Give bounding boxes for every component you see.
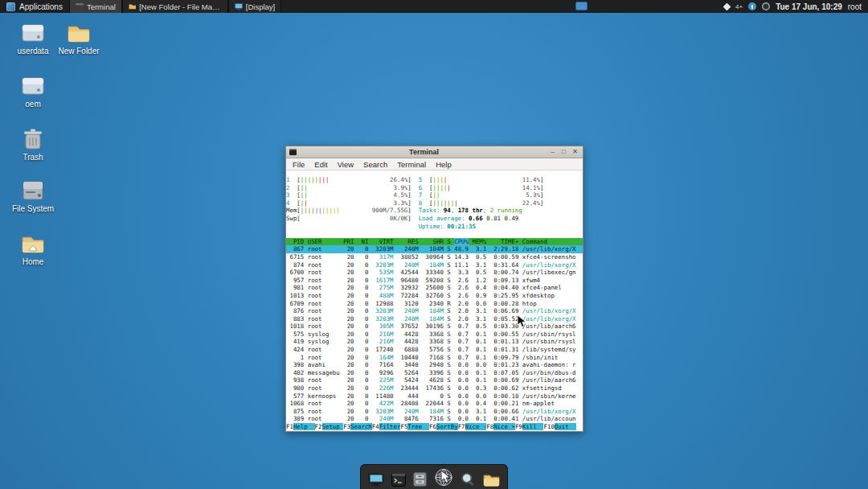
indicator-diamond-icon[interactable] — [723, 2, 731, 10]
dock — [360, 464, 508, 489]
drive-icon — [19, 21, 47, 45]
fkey-label-f5[interactable]: Tree — [407, 423, 429, 430]
home-folder-icon — [19, 232, 47, 256]
terminal-window-icon — [289, 149, 297, 155]
fkey-f9[interactable]: F9 — [515, 423, 522, 430]
menu-view[interactable]: View — [338, 160, 354, 169]
system-tray: 4+ Tue 17 Jun, 10:29 root — [724, 0, 868, 13]
close-button[interactable]: ✕ — [571, 147, 579, 157]
fkey-label-f8[interactable]: Nice + — [493, 423, 515, 430]
desktop-icon-home[interactable]: Home — [10, 232, 56, 266]
process-row[interactable]: 6700 root 20 0 535M 42544 33340 S 3.3 0.… — [286, 269, 583, 277]
fkey-label-f7[interactable]: Nice - — [465, 423, 487, 430]
desktop-icon-new-folder[interactable]: New Folder — [55, 21, 102, 55]
display-icon — [368, 473, 384, 487]
process-row[interactable]: 875 root 20 0 3203M 240M 184M S 0.0 3.1 … — [286, 408, 583, 416]
fkey-label-f3[interactable]: Search — [350, 423, 372, 430]
window-titlebar[interactable]: Terminal – □ ✕ — [286, 146, 583, 158]
fkey-f1[interactable]: F1 — [286, 423, 293, 430]
process-row[interactable]: 957 root 20 0 1617M 96480 59208 S 2.6 1.… — [286, 277, 583, 285]
fkey-f6[interactable]: F6 — [429, 423, 436, 430]
minimize-button[interactable]: – — [548, 147, 557, 157]
process-row[interactable]: 389 root 20 0 240M 8476 7316 S 0.0 0.1 0… — [286, 415, 583, 423]
meter-line: Swp[ 0K/0K] Load average: 0.66 0.81 0.49 — [286, 215, 583, 223]
process-row[interactable]: 424 root 20 0 17240 6888 5756 S 0.7 0.1 … — [286, 346, 583, 354]
desktop-icon-label: userdata — [18, 47, 49, 55]
fkey-label-f1[interactable]: Help — [293, 423, 315, 430]
tray-badge[interactable]: 4+ — [735, 3, 743, 10]
window-title: Terminal — [300, 148, 548, 156]
fkey-f7[interactable]: F7 — [458, 423, 465, 430]
panel-clock[interactable]: Tue 17 Jun, 10:29 — [776, 2, 842, 11]
fkey-f5[interactable]: F5 — [400, 423, 407, 430]
fkey-f4[interactable]: F4 — [372, 423, 379, 430]
desktop-icon-label: Home — [23, 257, 44, 266]
menu-search[interactable]: Search — [363, 160, 387, 169]
power-icon[interactable] — [762, 2, 770, 10]
fkey-label-f4[interactable]: Filter — [379, 423, 401, 430]
menu-terminal[interactable]: Terminal — [397, 160, 426, 169]
fkey-f2[interactable]: F2 — [315, 423, 322, 430]
fkey-f10[interactable]: F10 — [543, 423, 554, 430]
process-row[interactable]: 6715 root 20 0 317M 38852 30964 S 14.3 0… — [286, 253, 583, 261]
process-row[interactable]: 938 root 20 0 225M 5424 4628 S 0.0 0.1 0… — [286, 376, 583, 384]
menu-help[interactable]: Help — [436, 160, 452, 169]
process-row[interactable]: 398 avahi 20 0 7164 3440 2940 S 0.0 0.0 … — [286, 361, 583, 369]
fkey-label-f6[interactable]: SortBy — [436, 423, 458, 430]
dock-file-cabinet[interactable] — [413, 472, 427, 487]
maximize-button[interactable]: □ — [559, 147, 568, 157]
fkey-bar: F1Help F2Setup F3SearchF4FilterF5Tree F6… — [286, 423, 583, 431]
taskbar-button-terminal[interactable]: Terminal — [69, 0, 122, 13]
dock-browser-globe[interactable] — [434, 468, 453, 487]
process-row[interactable]: 6709 root 20 0 12988 3120 2340 R 2.0 0.0… — [286, 300, 583, 308]
workspace-switcher[interactable] — [575, 2, 588, 10]
desktop-icon-userdata[interactable]: userdata — [10, 21, 56, 55]
panel-user[interactable]: root — [848, 2, 862, 11]
folder-icon — [65, 21, 92, 45]
dock-magnifier[interactable] — [461, 472, 476, 487]
drive-icon — [19, 74, 47, 98]
terminal-content[interactable]: 1 [|||||||| 26.4%] 5 [|||| 11.4%]2 [|| 3… — [286, 171, 583, 431]
process-row[interactable]: 575 syslog 20 0 216M 4428 3368 S 0.7 0.1… — [286, 331, 583, 339]
process-row[interactable]: 1018 root 20 0 305M 37652 30196 S 0.7 0.… — [286, 323, 583, 331]
dock-terminal[interactable] — [391, 473, 406, 487]
dock-display-settings[interactable] — [368, 473, 384, 487]
process-row[interactable]: 1 root 20 0 164M 10440 7168 S 0.7 0.1 0:… — [286, 354, 583, 362]
magnifier-icon — [461, 472, 476, 487]
desktop-icon-trash[interactable]: Trash — [10, 127, 56, 162]
process-row[interactable]: 1013 root 20 0 488M 72284 32760 S 2.6 0.… — [286, 292, 583, 300]
process-row[interactable]: 874 root 20 0 3203M 240M 184M S 11.1 3.1… — [286, 261, 583, 269]
menu-edit[interactable]: Edit — [314, 160, 327, 169]
fkey-f8[interactable]: F8 — [486, 423, 493, 430]
window-button-list: Terminal [New Folder - File Mana... [Dis… — [69, 0, 281, 13]
process-row[interactable]: 402 messagebu 20 0 9296 5264 3396 S 0.0 … — [286, 369, 583, 377]
process-row[interactable]: 1068 root 20 0 422M 28408 22044 S 0.0 0.… — [286, 400, 583, 408]
process-row[interactable]: 867 root 20 0 3203M 240M 184M S 48.9 3.1… — [286, 245, 583, 253]
process-row[interactable]: 980 root 20 0 226M 23444 17436 S 0.0 0.3… — [286, 384, 583, 392]
terminal-icon — [76, 3, 84, 10]
process-row[interactable]: 981 root 20 0 275M 32932 25600 S 2.6 0.4… — [286, 284, 583, 292]
applications-menu-button[interactable]: Applications — [0, 0, 69, 13]
taskbar-button-display[interactable]: [Display] — [228, 0, 281, 13]
meter-line: 1 [|||||||| 26.4%] 5 [|||| 11.4%] — [286, 176, 583, 184]
process-row[interactable]: 419 syslog 20 0 216M 4428 3368 S 0.7 0.1… — [286, 338, 583, 346]
fkey-label-f9[interactable]: Kill — [522, 423, 544, 430]
process-row[interactable]: 876 root 20 0 3203M 240M 184M S 2.0 3.1 … — [286, 307, 583, 315]
menu-file[interactable]: File — [293, 160, 305, 169]
notification-icon[interactable] — [748, 2, 756, 10]
process-row[interactable]: 883 root 20 0 3203M 240M 184M S 2.0 3.1 … — [286, 315, 583, 323]
desktop-icon-label: oem — [25, 100, 40, 109]
taskbar-button-file-manager[interactable]: [New Folder - File Mana... — [122, 0, 228, 13]
process-row[interactable]: 577 kernoops 20 0 11480 444 0 S 0.0 0.0 … — [286, 392, 583, 401]
desktop-icon-oem[interactable]: oem — [10, 74, 56, 109]
folder-icon — [483, 473, 500, 487]
fkey-label-f2[interactable]: Setup — [322, 423, 344, 430]
meter-line: Uptime: 00:21:35 — [286, 223, 583, 231]
dock-file-manager[interactable] — [483, 473, 500, 487]
desktop-icon-label: New Folder — [58, 47, 99, 55]
table-header[interactable]: PID USER PRI NI VIRT RES SHR S CPU% MEM%… — [286, 238, 583, 246]
fkey-f3[interactable]: F3 — [343, 423, 350, 430]
fkey-label-f10[interactable]: Quit — [555, 423, 576, 430]
meter-line: 2 [|| 3.9%] 6 [||||| 14.1%] — [286, 184, 583, 192]
desktop-icon-file-system[interactable]: File System — [10, 179, 56, 213]
